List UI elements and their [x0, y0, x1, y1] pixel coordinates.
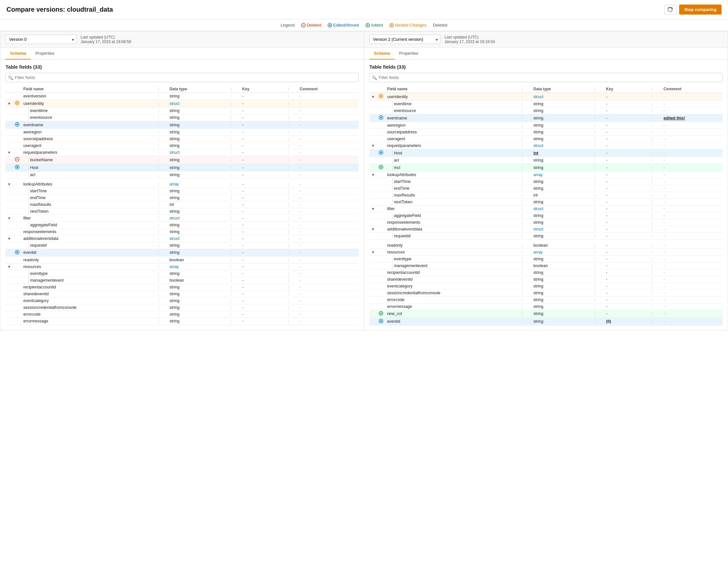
comment-cell: - [664, 123, 665, 128]
expand-icon[interactable]: ▼ [371, 227, 375, 231]
expand-icon[interactable]: ▼ [371, 144, 375, 148]
expand-icon[interactable]: ▼ [371, 250, 375, 254]
table-row: ▼ lookupAttributes | array | - | - [369, 172, 722, 178]
left-tab-schema[interactable]: Schema [6, 48, 31, 60]
table-row: recipientaccountid | string | - | - [6, 284, 359, 290]
left-filter-input[interactable] [6, 73, 359, 82]
status-cell [377, 296, 385, 303]
type-cell: string [168, 164, 229, 172]
comment-cell-outer: - [662, 310, 722, 318]
type-cell: string [532, 178, 592, 185]
field-name-cell: nextToken [21, 208, 156, 215]
status-cell [13, 142, 21, 149]
table-row: startTime | string | - | - [369, 178, 722, 185]
type-cell: string [168, 290, 229, 297]
key-cell: - [604, 242, 650, 249]
svg-point-16 [16, 166, 18, 168]
type-cell: struct [532, 142, 592, 149]
field-name-cell: new_col [385, 310, 520, 318]
expand-icon[interactable]: ▼ [7, 216, 11, 220]
status-cell [377, 199, 385, 206]
key-cell: - [604, 296, 650, 303]
key-cell: - [240, 187, 286, 194]
comment-cell: - [664, 243, 665, 248]
comment-cell-outer: - [298, 142, 359, 149]
expand-icon[interactable]: ▼ [7, 237, 11, 241]
refresh-button[interactable] [664, 5, 677, 15]
key-cell: - [240, 156, 286, 164]
right-version-select[interactable]: Version 0 Version 1 Version 2 (Current v… [369, 35, 441, 44]
right-tab-schema[interactable]: Schema [369, 48, 395, 60]
expand-icon[interactable]: ▼ [7, 102, 11, 106]
status-cell [13, 235, 21, 242]
page-title: Compare versions: cloudtrail_data [6, 6, 113, 13]
left-version-select-wrapper[interactable]: Version 0 Version 1 Version 2 (Current v… [6, 35, 77, 44]
comment-cell-outer: - [662, 101, 722, 107]
expand-cell [6, 277, 13, 284]
type-cell: string [168, 156, 229, 164]
expand-cell [6, 114, 13, 121]
type-cell: string [532, 289, 592, 296]
expand-icon[interactable]: ▼ [371, 95, 375, 99]
status-cell [13, 156, 21, 164]
field-name-cell: sessioncredentialfromconsole [385, 289, 520, 296]
right-col-divider1: | [520, 85, 532, 93]
expand-icon[interactable]: ▼ [7, 265, 11, 269]
comment-cell: - [664, 257, 665, 261]
comment-cell: - [664, 319, 665, 324]
svg-point-22 [380, 117, 382, 118]
comment-cell-outer: - [298, 136, 359, 142]
table-row: eventcategory | string | - | - [6, 297, 359, 304]
right-filter-input[interactable] [369, 73, 722, 82]
type-cell: array [532, 172, 592, 178]
expand-icon[interactable]: ▼ [7, 182, 11, 186]
comment-cell: - [300, 130, 301, 134]
left-col-comment-header: Comment [298, 85, 359, 93]
comment-cell: - [300, 312, 301, 317]
expand-icon[interactable]: ▼ [7, 151, 11, 154]
table-row: ▼ useridentity | struct | - | - [369, 93, 722, 101]
comment-cell-outer: - [662, 296, 722, 303]
type-cell: string [168, 311, 229, 318]
type-cell: struct [532, 206, 592, 212]
right-last-updated: Last updated (UTC) January 17, 2023 at 1… [444, 35, 495, 44]
stop-comparing-button[interactable]: Stop comparing [679, 5, 722, 15]
left-version-select[interactable]: Version 0 Version 1 Version 2 (Current v… [6, 35, 77, 44]
comment-cell: - [300, 243, 301, 248]
status-cell [377, 310, 385, 318]
table-row: ▼ resources | array | - | - [369, 249, 722, 255]
field-name-cell: eventcategory [21, 297, 156, 304]
status-cell [377, 136, 385, 142]
comment-cell: - [300, 108, 301, 113]
comment-cell-outer: - [662, 242, 722, 249]
left-table-header: Field name | Data type | Key | Comment [6, 85, 359, 93]
type-cell: string [168, 142, 229, 149]
right-version-select-wrapper[interactable]: Version 0 Version 1 Version 2 (Current v… [369, 35, 441, 44]
key-cell: - [240, 129, 286, 136]
field-name-cell: sourceipaddress [21, 136, 156, 142]
key-cell: - [604, 310, 650, 318]
field-name-cell: readonly [385, 242, 520, 249]
expand-icon[interactable]: ▼ [371, 207, 375, 211]
comment-cell: - [300, 305, 301, 310]
key-cell: - [240, 121, 286, 129]
table-row: endTime | string | - | - [6, 194, 359, 201]
comment-cell-outer: - [662, 93, 722, 101]
field-name-cell: awsregion [21, 129, 156, 136]
comment-cell-outer: - [662, 172, 722, 178]
right-tab-properties[interactable]: Properties [395, 48, 423, 60]
left-tab-properties[interactable]: Properties [31, 48, 59, 60]
type-cell: struct [168, 149, 229, 156]
comment-cell: edited this! [664, 116, 685, 120]
type-cell: boolean [168, 277, 229, 284]
field-name-cell: bucketName [21, 156, 156, 164]
row-edited-icon [15, 165, 19, 169]
expand-cell [6, 270, 13, 277]
type-cell: string [532, 303, 592, 310]
table-row: requestid | string | - | - [6, 242, 359, 249]
comment-cell-outer: - [298, 304, 359, 311]
expand-icon[interactable]: ▼ [371, 173, 375, 177]
table-row: ▼ filter | struct | - | - [369, 206, 722, 212]
right-col-field-header: Field name [385, 85, 520, 93]
status-cell [377, 107, 385, 114]
